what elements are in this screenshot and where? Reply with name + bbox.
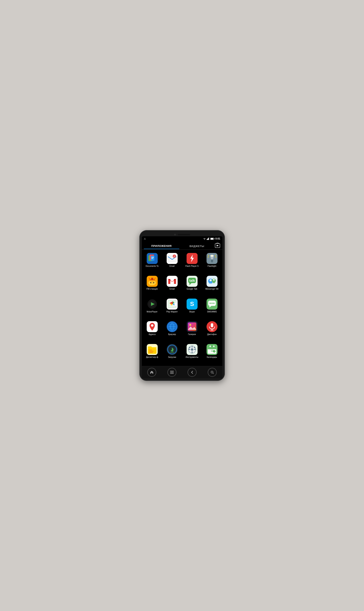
flashlight-icon <box>207 253 218 264</box>
app-gallery[interactable]: Галерея <box>182 320 202 341</box>
app-filemanager[interactable]: Диспетчер ф <box>143 342 162 364</box>
phone: ⚠ 0:01 <box>139 230 225 381</box>
svg-rect-13 <box>151 257 154 257</box>
app-skype[interactable]: S Skype <box>182 297 202 319</box>
gallery-label: Галерея <box>188 333 196 336</box>
gmail-label: Gmail <box>169 288 175 290</box>
app-flashlight[interactable]: Flashlight <box>202 251 221 273</box>
svg-point-63 <box>211 303 213 304</box>
gtalk-icon: talk <box>187 276 197 287</box>
camera-dot <box>174 234 176 235</box>
svg-rect-101 <box>188 349 190 350</box>
app-mobo[interactable]: MoboPlayer <box>143 297 162 319</box>
app-downloads[interactable]: Загрузки <box>163 342 182 364</box>
svg-point-52 <box>213 279 215 281</box>
app-fm[interactable]: FM-станция <box>143 274 162 296</box>
back-button[interactable] <box>188 368 196 377</box>
tab-widgets[interactable]: ВИДЖЕТЫ <box>179 243 215 249</box>
app-tools[interactable]: Инструменты <box>182 342 202 364</box>
app-browser[interactable]: Браузер <box>163 320 182 341</box>
svg-rect-87 <box>149 351 154 352</box>
svg-rect-0 <box>207 239 207 240</box>
svg-point-98 <box>191 348 193 351</box>
svg-rect-3 <box>208 238 209 240</box>
status-bar: ⚠ 0:01 <box>142 236 222 241</box>
fm-icon <box>147 276 158 287</box>
svg-rect-1 <box>207 239 208 240</box>
messenger-icon <box>207 276 218 287</box>
time-display: 0:01 <box>215 237 220 240</box>
svg-rect-35 <box>151 278 153 280</box>
tab-apps[interactable]: ПРИЛОЖЕНИЯ <box>144 243 179 249</box>
menu-button[interactable] <box>168 368 176 377</box>
email-label: Email <box>169 265 175 267</box>
app-playmarket[interactable]: Play Маркет <box>163 297 182 319</box>
svg-text:talk: talk <box>189 279 195 282</box>
mobo-label: MoboPlayer <box>147 311 157 313</box>
app-gtalk[interactable]: talk Google Talk <box>182 274 202 296</box>
wifi-icon <box>203 237 206 240</box>
app-dictaphone[interactable]: Диктофон <box>202 320 221 341</box>
app-maps[interactable]: Адреса <box>143 320 162 341</box>
app-flash[interactable]: Flash Player S <box>182 251 202 273</box>
svg-text:✓: ✓ <box>213 351 215 352</box>
svg-rect-88 <box>149 352 153 353</box>
app-messenger[interactable]: Messenger Wi <box>202 274 221 296</box>
skype-label: Skype <box>189 311 195 313</box>
store-button[interactable] <box>215 243 220 249</box>
svg-point-36 <box>150 282 151 283</box>
svg-point-62 <box>209 303 211 304</box>
svg-rect-117 <box>170 372 174 373</box>
fm-label: FM-станция <box>146 288 158 290</box>
status-right: 0:01 <box>203 237 220 240</box>
playmarket-icon <box>167 299 178 310</box>
svg-rect-15 <box>151 258 153 259</box>
browser-label: Браузер <box>168 333 176 336</box>
app-email[interactable]: @ Email <box>163 251 182 273</box>
svg-rect-81 <box>211 323 213 327</box>
home-button[interactable] <box>147 368 156 377</box>
svg-rect-99 <box>192 346 193 348</box>
svg-marker-8 <box>217 245 219 246</box>
mobo-icon <box>147 299 158 310</box>
sms-label: SMS/MMS <box>207 311 217 313</box>
svg-point-26 <box>211 255 213 257</box>
tools-icon <box>187 344 197 355</box>
svg-point-109 <box>209 346 211 347</box>
search-button[interactable] <box>208 368 217 377</box>
speaker-grille <box>178 234 190 235</box>
skype-icon: S <box>187 299 197 310</box>
calendar-label: Календарь <box>207 356 217 358</box>
bottom-nav <box>142 366 222 379</box>
app-sms[interactable]: SMS/MMS <box>202 297 221 319</box>
warning-icon: ⚠ <box>144 237 146 240</box>
maps-icon <box>147 321 158 332</box>
app-documents[interactable]: Documents To <box>143 251 162 273</box>
tabs-bar: ПРИЛОЖЕНИЯ ВИДЖЕТЫ <box>142 241 222 250</box>
app-calendar[interactable]: 12 ✓ Календарь <box>202 342 221 364</box>
svg-rect-86 <box>149 350 152 350</box>
downloads-label: Загрузки <box>168 356 176 358</box>
svg-point-37 <box>153 282 154 283</box>
svg-point-67 <box>151 324 153 327</box>
gallery-icon <box>187 321 197 332</box>
svg-point-50 <box>209 279 212 281</box>
svg-rect-116 <box>170 371 174 371</box>
calendar-icon: 12 ✓ <box>207 344 218 355</box>
svg-text:@: @ <box>173 255 175 258</box>
svg-point-110 <box>213 346 214 347</box>
screen: ⚠ 0:01 <box>142 236 222 379</box>
svg-rect-23 <box>211 259 213 262</box>
documents-label: Documents To <box>146 265 159 267</box>
status-left: ⚠ <box>144 237 146 240</box>
svg-rect-12 <box>151 256 155 261</box>
gtalk-label: Google Talk <box>187 288 197 290</box>
signal-icon <box>207 237 209 240</box>
dictaphone-icon <box>207 321 218 332</box>
gmail-icon <box>167 276 178 287</box>
flashlight-label: Flashlight <box>208 265 216 267</box>
svg-rect-38 <box>151 282 154 282</box>
svg-rect-118 <box>170 373 174 374</box>
svg-text:S: S <box>190 300 194 307</box>
app-gmail[interactable]: Gmail <box>163 274 182 296</box>
